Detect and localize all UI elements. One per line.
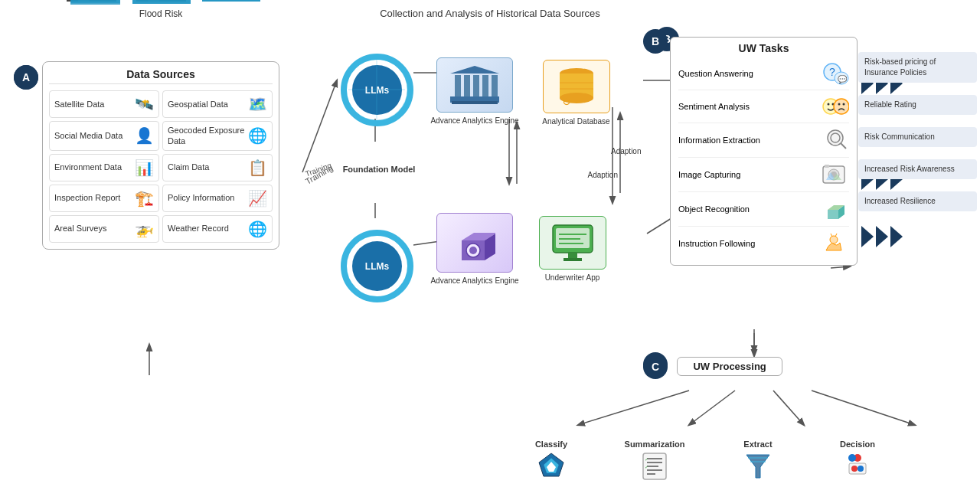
ds-geospatial-text: Geospatial Data xyxy=(168,99,245,109)
info-extract-icon xyxy=(825,127,849,152)
outcome-1: Risk-based pricing of Insurance Policies xyxy=(858,52,977,83)
svg-point-62 xyxy=(469,247,477,254)
task-instruction-text: Instruction Following xyxy=(678,239,755,248)
foundation-model-label: Foundation Model xyxy=(337,165,421,174)
data-sources-title: Data Sources xyxy=(49,68,273,84)
instruction-icon xyxy=(822,230,849,255)
ds-claim-text: Claim Data xyxy=(168,162,245,172)
outcome-5: Increased Resilience xyxy=(858,191,977,211)
analytics-engine-top: Advance Analytics Engine xyxy=(425,57,524,126)
ds-geospatial: Geospatial Data 🗺️ xyxy=(162,90,273,118)
svg-marker-49 xyxy=(450,66,499,74)
svg-rect-45 xyxy=(464,75,470,96)
ds-weather-text: Weather Record xyxy=(168,223,245,234)
image-cap-icon xyxy=(822,162,849,186)
task-image-cap: Image Capturing xyxy=(678,158,849,192)
ds-claim: Claim Data 📋 xyxy=(162,154,273,181)
ds-weather-icon: 🌐 xyxy=(248,219,267,239)
svg-point-92 xyxy=(830,236,838,244)
uw-proc-title: UW Processing xyxy=(693,361,766,372)
svg-text:✓: ✓ xyxy=(645,457,648,462)
svg-point-75 xyxy=(828,103,830,106)
analytics-bottom-label: Advance Analytics Engine xyxy=(425,276,524,286)
uw-tasks-title: UW Tasks xyxy=(678,42,849,54)
proc-extract: Extract xyxy=(727,440,789,481)
task-image-cap-text: Image Capturing xyxy=(678,170,740,179)
task-sentiment: Sentiment Analysis xyxy=(678,90,849,123)
obj-recog-icon xyxy=(822,196,849,221)
data-sources-grid: Satellite Data 🛰️ Geospatial Data 🗺️ Soc… xyxy=(49,90,273,243)
outcome-4: Increased Risk Awareness xyxy=(858,159,977,179)
flood-section: Flood Risk xyxy=(42,0,279,19)
sentiment-icon xyxy=(822,94,849,119)
proc-decision: Decision xyxy=(827,440,888,481)
decision-label: Decision xyxy=(827,440,888,449)
summ-icon: ✓ ✓ xyxy=(640,452,669,481)
svg-rect-86 xyxy=(825,165,829,168)
extract-label: Extract xyxy=(727,440,789,449)
svg-rect-40 xyxy=(202,0,260,2)
decision-icon xyxy=(843,452,872,481)
underwriter-app: Underwriter App xyxy=(528,216,616,283)
ds-social-text: Social Media Data xyxy=(54,130,132,141)
ds-geospatial-icon: 🗺️ xyxy=(248,94,267,114)
svg-rect-44 xyxy=(455,75,461,96)
qa-icon: ? 💬 xyxy=(822,61,849,86)
svg-line-18 xyxy=(773,391,804,425)
analytical-db-label: Analytical Database xyxy=(532,116,620,126)
svg-point-78 xyxy=(838,103,841,106)
svg-line-17 xyxy=(689,391,735,425)
svg-point-77 xyxy=(834,99,849,114)
analytics-top-icon xyxy=(450,64,499,106)
adaption-label: Adaption xyxy=(588,171,618,179)
svg-point-110 xyxy=(848,454,856,462)
svg-point-112 xyxy=(851,466,858,472)
svg-line-19 xyxy=(812,391,915,425)
extract-icon xyxy=(743,452,773,481)
outcome-2: Reliable Rating xyxy=(858,95,977,115)
classify-label: Classify xyxy=(521,440,582,449)
ds-social-icon: 👤 xyxy=(135,126,154,145)
task-info-extract: Information Extraction xyxy=(678,123,849,158)
ds-claim-icon: 📋 xyxy=(248,158,267,178)
svg-marker-89 xyxy=(828,210,838,219)
svg-point-79 xyxy=(843,103,845,106)
svg-text:?: ? xyxy=(829,66,835,78)
ds-policy: Policy Information 📈 xyxy=(162,185,273,212)
task-qa: Question Answering ? 💬 xyxy=(678,57,849,90)
analytics-top-label: Advance Analytics Engine xyxy=(425,116,524,126)
classify-icon xyxy=(536,452,567,479)
outcome-3: Risk Communication xyxy=(858,127,977,147)
proc-classify: Classify xyxy=(521,440,582,479)
ds-environment: Environment Data 📊 xyxy=(49,154,159,181)
flood-label: Flood Risk xyxy=(42,8,279,19)
uw-processing-box: UW Processing xyxy=(677,357,782,376)
ds-inspection: Inspection Report 🏗️ xyxy=(49,185,159,212)
task-qa-text: Question Answering xyxy=(678,69,753,78)
flood-images xyxy=(42,0,279,5)
task-info-extract-text: Information Extraction xyxy=(678,136,760,145)
analytics-engine-bottom: Advance Analytics Engine xyxy=(425,213,524,286)
svg-line-82 xyxy=(841,143,846,149)
llm-bottom: LLMs xyxy=(341,230,413,302)
analytical-database: ↻ Analytical Database xyxy=(532,60,620,126)
svg-text:↻: ↻ xyxy=(562,96,571,108)
ds-policy-icon: 📈 xyxy=(248,188,267,208)
ds-env-icon: 📊 xyxy=(135,158,154,178)
uw-tasks-box: UW Tasks Question Answering ? 💬 Sentimen… xyxy=(670,37,858,266)
task-obj-recog: Object Recognition xyxy=(678,192,849,227)
llm-network-top xyxy=(341,54,413,126)
circle-a: A xyxy=(14,65,38,90)
flood-house-1 xyxy=(59,0,124,5)
analytics-bottom-icon xyxy=(454,222,495,263)
svg-point-113 xyxy=(858,466,864,472)
circle-b: B xyxy=(643,29,668,54)
chevron-3 xyxy=(861,226,903,247)
uw-app-icon xyxy=(550,222,596,264)
svg-text:✓: ✓ xyxy=(645,465,648,469)
proc-summarization: Summarization ✓ ✓ xyxy=(620,440,689,481)
ds-areal: Areal Surveys 🚁 xyxy=(49,215,159,243)
section-middle: Training LLMs Foundation Model LLMs xyxy=(302,23,632,467)
svg-line-26 xyxy=(831,266,850,268)
ds-env-text: Environment Data xyxy=(54,162,132,172)
